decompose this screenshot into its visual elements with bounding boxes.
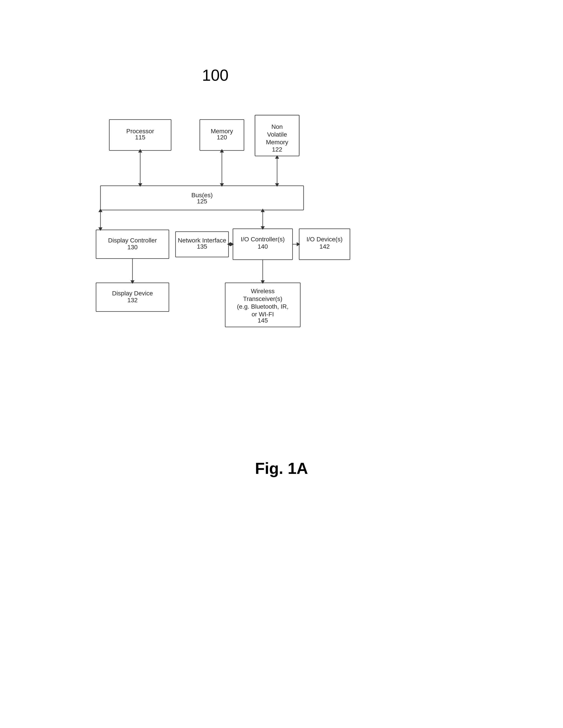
figure-caption: Fig. 1A: [83, 459, 480, 477]
svg-text:140: 140: [258, 243, 268, 250]
svg-text:115: 115: [135, 134, 145, 141]
svg-text:135: 135: [197, 243, 207, 250]
svg-text:Bus(es): Bus(es): [191, 192, 212, 199]
svg-text:Wireless: Wireless: [251, 288, 274, 295]
svg-text:(e.g. Bluetooth, IR,: (e.g. Bluetooth, IR,: [237, 303, 289, 310]
svg-text:Display Device: Display Device: [112, 290, 153, 297]
svg-text:120: 120: [217, 134, 227, 141]
diagram-area: 100 .box { fill: white; stroke: #333; st…: [83, 66, 480, 477]
svg-text:Network Interface: Network Interface: [178, 237, 226, 244]
svg-text:130: 130: [127, 244, 138, 251]
svg-text:Display Controller: Display Controller: [108, 237, 157, 244]
svg-text:or WI-FI: or WI-FI: [251, 311, 274, 318]
svg-text:Transceiver(s): Transceiver(s): [243, 295, 283, 302]
svg-text:125: 125: [197, 198, 207, 205]
svg-text:132: 132: [127, 297, 138, 304]
figure-number: 100: [0, 66, 480, 84]
page: 100 .box { fill: white; stroke: #333; st…: [0, 0, 563, 728]
svg-text:I/O Device(s): I/O Device(s): [307, 236, 343, 243]
svg-text:122: 122: [272, 146, 283, 153]
svg-text:Memory: Memory: [211, 128, 233, 135]
svg-text:Non: Non: [271, 123, 283, 130]
svg-text:Memory: Memory: [266, 139, 288, 146]
svg-text:Volatile: Volatile: [267, 131, 287, 138]
diagram-svg: .box { fill: white; stroke: #333; stroke…: [83, 102, 480, 433]
svg-text:I/O Controller(s): I/O Controller(s): [241, 236, 285, 243]
svg-text:Processor: Processor: [126, 128, 154, 135]
svg-text:145: 145: [258, 317, 268, 324]
svg-text:142: 142: [320, 243, 330, 250]
